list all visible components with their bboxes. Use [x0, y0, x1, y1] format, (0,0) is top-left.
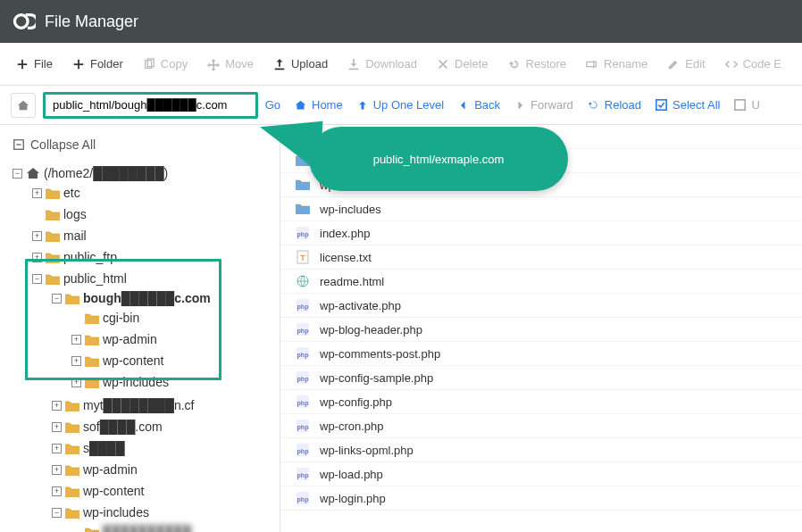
expand-toggle[interactable]: −	[13, 169, 22, 179]
tree-item[interactable]: +wp-content	[71, 352, 276, 370]
folder-icon	[65, 485, 79, 497]
go-button[interactable]: Go	[265, 98, 280, 112]
callout-text: public_html/exmaple.com	[373, 153, 505, 166]
file-row[interactable]: phpwp-load.php	[280, 462, 802, 486]
tree-item[interactable]: −public_html	[32, 270, 276, 287]
expand-toggle[interactable]: +	[32, 188, 42, 198]
file-row[interactable]: phpwp-activate.php	[280, 294, 802, 318]
tree-item[interactable]: +s████	[52, 439, 276, 457]
tree-item[interactable]: +wp-admin	[52, 461, 276, 478]
expand-toggle[interactable]: −	[32, 274, 42, 284]
svg-text:php: php	[297, 376, 309, 383]
tree-item[interactable]: −bough██████c.com	[52, 289, 276, 307]
file-name: index.php	[320, 227, 370, 240]
tree-item[interactable]: +wp-content	[52, 482, 276, 500]
expand-toggle[interactable]: −	[52, 294, 62, 303]
delete-icon	[437, 58, 449, 71]
expand-toggle[interactable]: +	[71, 335, 81, 345]
toolbar-label: Code E	[743, 57, 781, 71]
tree-item[interactable]: +etc	[32, 184, 276, 202]
expand-toggle[interactable]: +	[52, 444, 62, 453]
php-file-icon: php	[295, 297, 311, 313]
tree-item[interactable]: +sof████.com	[52, 418, 276, 436]
tree-item[interactable]: logs	[32, 205, 276, 223]
nav-home-link[interactable]: Home	[295, 98, 343, 112]
php-file-icon: php	[295, 442, 311, 458]
nav-up-link[interactable]: Up One Level	[357, 98, 445, 112]
svg-text:php: php	[297, 496, 309, 503]
svg-point-0	[14, 15, 28, 29]
expand-toggle[interactable]: +	[32, 253, 42, 262]
file-name: wp-login.php	[320, 492, 386, 505]
select-all-link[interactable]: Select All	[656, 98, 720, 112]
edit-button[interactable]: Edit	[658, 52, 714, 76]
expand-toggle[interactable]: −	[52, 508, 62, 518]
expand-toggle[interactable]: +	[71, 356, 81, 366]
folder-tree-panel: Collapse All − (/home2/████████) +etclog…	[0, 125, 280, 532]
svg-text:T: T	[300, 254, 305, 262]
move-button[interactable]: Move	[198, 52, 263, 76]
expand-toggle[interactable]: +	[52, 401, 62, 411]
expand-toggle[interactable]: +	[32, 231, 42, 241]
link-label: Select All	[673, 98, 720, 112]
tree-item[interactable]: −wp-includes	[52, 503, 276, 521]
file-name: wp-cron.php	[320, 420, 384, 433]
new-folder-button[interactable]: Folder	[63, 52, 132, 76]
file-row[interactable]: phpwp-config-sample.php	[280, 366, 802, 390]
unselect-all-link[interactable]: U	[734, 98, 759, 112]
expand-toggle[interactable]: +	[52, 486, 62, 496]
delete-button[interactable]: Delete	[428, 52, 497, 76]
expand-toggle[interactable]: +	[52, 465, 62, 475]
php-file-icon: php	[295, 370, 311, 386]
code-editor-button[interactable]: Code E	[716, 52, 790, 76]
restore-button[interactable]: Restore	[499, 52, 576, 76]
unselect-icon	[734, 99, 746, 111]
collapse-all-button[interactable]: Collapse All	[4, 132, 276, 157]
svg-text:php: php	[297, 424, 309, 431]
tree-item[interactable]: +mail	[32, 227, 276, 245]
tree-item[interactable]: ██████████	[71, 523, 276, 532]
path-input[interactable]	[43, 92, 258, 119]
toolbar-label: File	[34, 57, 53, 71]
file-row[interactable]: phpwp-cron.php	[280, 414, 802, 438]
nav-forward-link[interactable]: Forward	[514, 98, 573, 112]
home-folder-button[interactable]	[11, 93, 36, 118]
copy-button[interactable]: Copy	[134, 52, 196, 76]
file-row[interactable]: phpwp-links-opml.php	[280, 438, 802, 462]
tree-item[interactable]: +wp-includes	[71, 373, 276, 391]
download-button[interactable]: Download	[338, 52, 426, 76]
file-name: wp-load.php	[320, 468, 383, 481]
svg-text:php: php	[297, 231, 309, 238]
file-row[interactable]: readme.html	[280, 270, 802, 294]
file-row[interactable]: wp-includes	[280, 197, 802, 221]
folder-icon	[46, 208, 60, 220]
expand-toggle[interactable]: +	[52, 422, 62, 432]
tree-item[interactable]: +myt████████n.cf	[52, 396, 276, 414]
file-row[interactable]: phpwp-login.php	[280, 486, 802, 511]
tree-label: mail	[63, 227, 87, 245]
html-file-icon	[295, 273, 311, 289]
tree-label: etc	[63, 184, 80, 202]
expand-toggle[interactable]: +	[71, 378, 81, 387]
nav-reload-link[interactable]: Reload	[588, 98, 641, 112]
upload-icon	[273, 58, 286, 71]
rename-button[interactable]: Rename	[577, 52, 656, 76]
file-row[interactable]: phpwp-blog-header.php	[280, 318, 802, 342]
tree-item[interactable]: cgi-bin	[71, 309, 276, 327]
file-row[interactable]: phpwp-comments-post.php	[280, 342, 802, 366]
file-row[interactable]: phpwp-config.php	[280, 390, 802, 414]
file-name: wp-includes	[320, 203, 381, 216]
file-row[interactable]: phpindex.php	[280, 221, 802, 245]
tree-item[interactable]: +public_ftp	[32, 248, 276, 266]
link-label: U	[751, 98, 759, 112]
new-file-button[interactable]: File	[7, 52, 62, 76]
file-row[interactable]: Tlicense.txt	[280, 245, 802, 270]
tree-item[interactable]: +wp-admin	[71, 330, 276, 348]
tree-label: logs	[63, 205, 87, 223]
tree-root[interactable]: − (/home2/████████)	[13, 164, 276, 182]
copy-icon	[143, 58, 155, 71]
home-icon	[17, 99, 29, 112]
expand-toggle	[32, 210, 42, 220]
nav-back-link[interactable]: Back	[458, 98, 500, 112]
upload-button[interactable]: Upload	[264, 52, 337, 76]
